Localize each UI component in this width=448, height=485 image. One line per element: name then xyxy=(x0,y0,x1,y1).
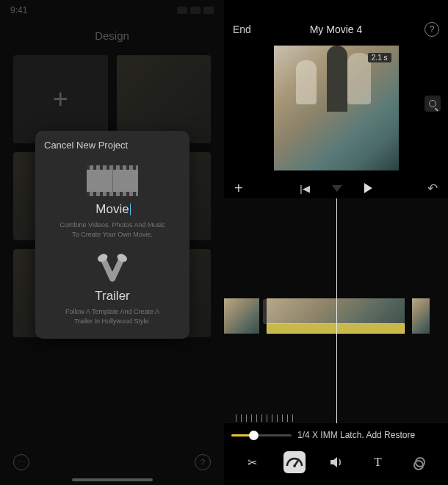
library-screen: 9:41 Design + Cancel New Project Movie C… xyxy=(0,0,224,485)
timeline[interactable]: | | xyxy=(224,198,448,423)
volume-icon xyxy=(329,456,344,469)
clip-duration-badge: 2.1 s xyxy=(368,53,391,62)
add-media-button[interactable]: + xyxy=(234,180,243,197)
trailer-option[interactable]: Trailer Follow A Template And Create A T… xyxy=(43,243,182,326)
project-tile[interactable] xyxy=(117,55,212,143)
more-icon[interactable]: ⋯ xyxy=(13,454,29,470)
trailer-label: Trailer xyxy=(95,289,130,303)
new-project-tile[interactable]: + xyxy=(13,55,108,143)
skip-back-button[interactable]: |◀ xyxy=(300,183,309,194)
video-preview[interactable]: 2.1 s xyxy=(274,46,399,170)
speedometer-icon xyxy=(283,451,306,473)
film-icon xyxy=(87,165,138,196)
transport-bar: + |◀ ↶ xyxy=(224,178,448,198)
clip[interactable] xyxy=(224,298,259,334)
clip[interactable] xyxy=(412,298,430,334)
movie-desc: Combine Videos. Photos And Music To Crea… xyxy=(60,220,165,239)
filters-icon xyxy=(415,457,425,467)
play-button[interactable] xyxy=(364,183,372,193)
help-icon[interactable]: ? xyxy=(195,454,211,470)
editor-screen: End My Movie 4 ? 2.1 s + |◀ ↶ | | xyxy=(224,0,448,485)
playhead-marker-icon xyxy=(332,185,342,192)
tool-row: ✂ T xyxy=(224,447,448,485)
preview-area: 2.1 s xyxy=(224,46,448,178)
speed-tool[interactable] xyxy=(283,451,306,473)
design-header: Design xyxy=(0,21,224,55)
status-time: 9:41 xyxy=(10,5,27,15)
editor-top-bar: End My Movie 4 ? xyxy=(224,0,448,47)
speed-label: 1/4 X IMM Latch. Add Restore xyxy=(297,430,441,440)
speed-slider[interactable] xyxy=(231,434,292,436)
cut-tool[interactable]: ✂ xyxy=(242,451,264,473)
undo-button[interactable]: ↶ xyxy=(427,181,438,196)
movie-option[interactable]: Movie Combine Videos. Photos And Music T… xyxy=(43,162,182,239)
help-icon[interactable]: ? xyxy=(424,22,439,37)
speed-ruler xyxy=(236,414,296,422)
filters-tool[interactable] xyxy=(409,451,431,473)
svg-point-1 xyxy=(293,464,296,467)
spotlight-icon xyxy=(96,252,129,284)
text-tool[interactable]: T xyxy=(367,451,389,473)
zoom-icon[interactable] xyxy=(424,96,441,112)
project-title[interactable]: My Movie 4 xyxy=(310,24,363,35)
movie-label: Movie xyxy=(95,202,129,217)
end-button[interactable]: End xyxy=(233,24,251,35)
status-icons xyxy=(177,7,214,14)
trailer-desc: Follow A Template And Create A Trailer I… xyxy=(65,307,159,326)
home-indicator xyxy=(72,478,153,481)
playhead[interactable] xyxy=(336,198,338,423)
modal-cancel[interactable]: Cancel New Project xyxy=(43,140,182,158)
plus-icon: + xyxy=(53,84,68,115)
new-project-modal: Cancel New Project Movie Combine Videos.… xyxy=(35,131,189,339)
status-bar: 9:41 xyxy=(0,0,224,21)
slider-thumb[interactable] xyxy=(249,431,259,440)
speed-control-row: 1/4 X IMM Latch. Add Restore xyxy=(224,423,448,447)
volume-tool[interactable] xyxy=(325,451,347,473)
left-bottom-bar: ⋯ ? xyxy=(0,454,224,470)
